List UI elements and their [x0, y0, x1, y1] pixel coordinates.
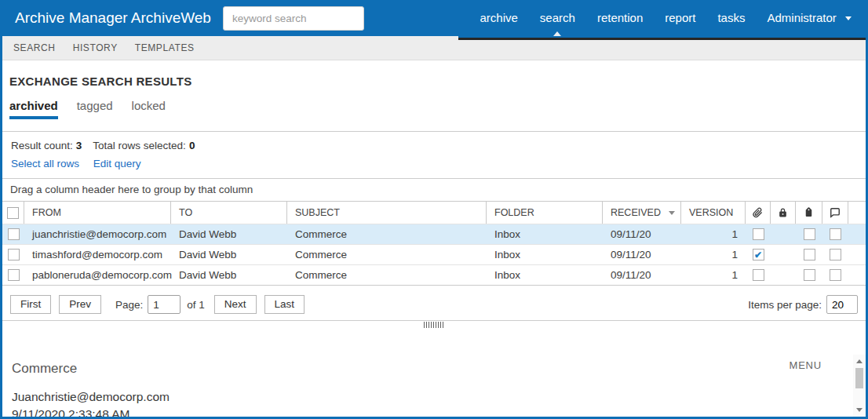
attachment-checkbox[interactable]	[753, 228, 764, 240]
nav-report[interactable]: report	[665, 11, 695, 24]
comment-checkbox[interactable]	[830, 269, 841, 281]
row-spacer	[848, 245, 866, 264]
nav-search[interactable]: search	[540, 11, 575, 24]
column-header-to[interactable]: TO	[171, 202, 287, 224]
prev-page-button[interactable]: Prev	[59, 295, 101, 314]
preview-menu-button[interactable]: MENU	[790, 359, 822, 371]
attachment-checkbox[interactable]	[753, 249, 764, 261]
table-row[interactable]: timashford@democorp.com David Webb Comme…	[2, 244, 866, 264]
column-header-subject[interactable]: SUBJECT	[287, 202, 487, 224]
cell-to: David Webb	[171, 245, 287, 264]
preview-sender: Juanchristie@democorp.com	[12, 390, 842, 404]
column-header-comment[interactable]	[822, 202, 848, 224]
attachment-icon	[753, 207, 763, 218]
cell-from: juanchristie@democorp.com	[24, 224, 171, 244]
cell-subject: Commerce	[287, 245, 487, 264]
row-checkbox[interactable]	[8, 249, 20, 261]
column-header-folder[interactable]: FOLDER	[487, 202, 603, 224]
selected-label: Total rows selected:	[93, 140, 186, 151]
column-header-spacer	[848, 202, 866, 224]
cell-from: pabloneruda@democorp.com	[24, 265, 171, 285]
group-by-dropzone[interactable]: Drag a column header here to group by th…	[2, 178, 866, 201]
subnav-search[interactable]: SEARCH	[13, 42, 56, 53]
row-spacer	[848, 265, 866, 285]
result-count-label: Result count:	[11, 140, 73, 151]
row-checkbox[interactable]	[8, 269, 20, 281]
keyword-search-input[interactable]	[223, 6, 364, 31]
scrollbar-thumb[interactable]	[855, 368, 863, 388]
scroll-down-icon[interactable]	[856, 408, 863, 412]
select-all-checkbox[interactable]	[7, 207, 19, 219]
cell-received: 09/11/20	[603, 224, 681, 244]
preview-datetime: 9/11/2020 2:33:48 AM	[12, 407, 842, 417]
lock-cell	[771, 265, 796, 285]
pane-splitter	[2, 321, 866, 330]
nav-tasks[interactable]: tasks	[717, 11, 745, 24]
scroll-up-icon[interactable]	[856, 359, 863, 363]
result-count-value: 3	[76, 140, 82, 151]
archiveweb-window: Archive Manager ArchiveWeb archive searc…	[0, 0, 868, 419]
cell-to: David Webb	[171, 265, 287, 285]
comment-checkbox[interactable]	[830, 228, 841, 240]
cell-to: David Webb	[171, 224, 287, 244]
page-title: EXCHANGE SEARCH RESULTS	[9, 75, 866, 88]
nav-administrator[interactable]: Administrator	[767, 11, 852, 24]
column-header-attachment[interactable]	[746, 202, 771, 224]
tag-checkbox[interactable]	[804, 269, 815, 281]
comment-checkbox[interactable]	[830, 249, 841, 261]
row-checkbox[interactable]	[8, 228, 20, 240]
tab-tagged[interactable]: tagged	[77, 99, 113, 119]
edit-query-link[interactable]: Edit query	[93, 158, 141, 169]
cell-subject: Commerce	[287, 265, 487, 285]
first-page-button[interactable]: First	[10, 295, 51, 314]
nav-retention[interactable]: retention	[597, 11, 643, 24]
cell-subject: Commerce	[287, 224, 487, 244]
subnav-templates[interactable]: TEMPLATES	[135, 42, 195, 53]
subnav-history[interactable]: HISTORY	[73, 42, 118, 53]
tag-icon	[801, 206, 815, 220]
preview-scrollbar[interactable]	[853, 355, 866, 417]
selected-count-value: 0	[189, 140, 195, 151]
nav-archive[interactable]: archive	[480, 11, 518, 24]
received-label: RECEIVED	[611, 207, 661, 218]
comment-icon	[830, 207, 841, 218]
nav-search-label: search	[540, 11, 575, 24]
page-of-label: of 1	[187, 299, 205, 311]
sort-dropdown-icon[interactable]	[669, 211, 675, 215]
items-per-page-input[interactable]	[826, 295, 858, 314]
cell-folder: Inbox	[487, 265, 603, 285]
lock-icon	[778, 207, 788, 218]
cell-version: 1	[681, 245, 746, 264]
page-label: Page:	[115, 299, 143, 311]
result-tabs: archived tagged locked	[2, 88, 866, 131]
table-row[interactable]: juanchristie@democorp.com David Webb Com…	[2, 224, 866, 244]
page-number-input[interactable]	[148, 295, 181, 314]
next-page-button[interactable]: Next	[214, 295, 257, 314]
last-page-button[interactable]: Last	[264, 295, 305, 314]
lock-cell	[771, 224, 796, 244]
top-header: Archive Manager ArchiveWeb archive searc…	[2, 0, 866, 36]
top-nav: archive search retention report tasks Ad…	[458, 0, 866, 40]
result-summary: Result count:3Total rows selected:0	[2, 131, 866, 151]
tab-locked[interactable]: locked	[132, 99, 166, 119]
cell-folder: Inbox	[487, 245, 603, 264]
column-header-received[interactable]: RECEIVED	[603, 202, 681, 224]
tag-checkbox[interactable]	[804, 249, 815, 261]
column-header-version[interactable]: VERSION	[681, 202, 746, 224]
select-all-rows-link[interactable]: Select all rows	[11, 158, 79, 169]
column-header-tag[interactable]	[796, 202, 822, 224]
row-spacer	[848, 224, 866, 244]
splitter-grip[interactable]	[424, 322, 444, 328]
tab-archived[interactable]: archived	[9, 99, 58, 119]
grid-header-row: FROM TO SUBJECT FOLDER RECEIVED VERSION	[2, 202, 866, 224]
administrator-label: Administrator	[767, 11, 836, 24]
attachment-checkbox[interactable]	[753, 269, 764, 281]
table-row[interactable]: pabloneruda@democorp.com David Webb Comm…	[2, 264, 866, 285]
pagination-bar: First Prev Page: of 1 Next Last Items pe…	[2, 286, 866, 321]
tag-checkbox[interactable]	[804, 228, 815, 240]
cell-version: 1	[681, 224, 746, 244]
cell-from: timashford@democorp.com	[24, 245, 171, 264]
cell-version: 1	[681, 265, 746, 285]
column-header-lock[interactable]	[771, 202, 796, 224]
column-header-from[interactable]: FROM	[24, 202, 171, 224]
